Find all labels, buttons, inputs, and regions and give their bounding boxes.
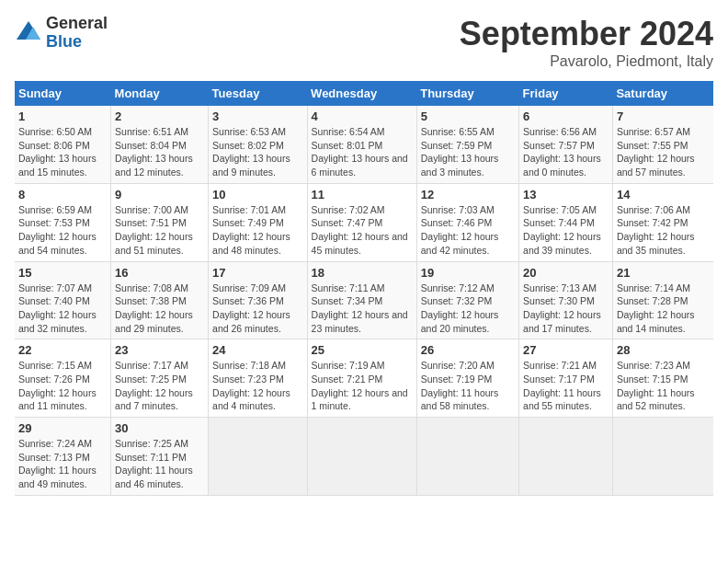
day-number: 19 (421, 266, 515, 280)
day-number: 24 (212, 343, 303, 357)
col-wednesday: Wednesday (307, 81, 416, 106)
calendar-cell: 5 Sunrise: 6:55 AM Sunset: 7:59 PM Dayli… (416, 106, 518, 183)
day-info: Sunrise: 6:56 AM Sunset: 7:57 PM Dayligh… (523, 125, 609, 179)
calendar-header-row: Sunday Monday Tuesday Wednesday Thursday… (15, 81, 713, 106)
col-friday: Friday (519, 81, 613, 106)
col-tuesday: Tuesday (209, 81, 308, 106)
calendar-week-row: 8 Sunrise: 6:59 AM Sunset: 7:53 PM Dayli… (15, 183, 713, 261)
day-info: Sunrise: 7:05 AM Sunset: 7:44 PM Dayligh… (523, 203, 609, 258)
day-number: 16 (115, 266, 204, 280)
calendar-week-row: 1 Sunrise: 6:50 AM Sunset: 8:06 PM Dayli… (15, 106, 713, 183)
day-number: 17 (212, 266, 303, 280)
day-info: Sunrise: 7:02 AM Sunset: 7:47 PM Dayligh… (312, 203, 413, 258)
day-number: 4 (312, 109, 413, 123)
day-info: Sunrise: 7:09 AM Sunset: 7:36 PM Dayligh… (212, 282, 303, 336)
logo-general: General (46, 15, 108, 33)
day-info: Sunrise: 7:07 AM Sunset: 7:40 PM Dayligh… (18, 282, 107, 336)
calendar-cell (209, 418, 308, 496)
day-info: Sunrise: 7:12 AM Sunset: 7:32 PM Dayligh… (421, 282, 515, 336)
day-number: 11 (312, 188, 413, 201)
calendar-cell: 10 Sunrise: 7:01 AM Sunset: 7:49 PM Dayl… (209, 183, 308, 261)
day-number: 14 (617, 188, 710, 201)
calendar-cell: 26 Sunrise: 7:20 AM Sunset: 7:19 PM Dayl… (416, 339, 518, 418)
day-number: 13 (523, 188, 609, 201)
day-info: Sunrise: 7:11 AM Sunset: 7:34 PM Dayligh… (312, 282, 413, 336)
day-number: 29 (18, 421, 107, 435)
day-info: Sunrise: 7:17 AM Sunset: 7:25 PM Dayligh… (115, 359, 204, 413)
day-info: Sunrise: 7:01 AM Sunset: 7:49 PM Dayligh… (212, 203, 303, 258)
day-info: Sunrise: 7:14 AM Sunset: 7:28 PM Dayligh… (617, 282, 710, 336)
day-number: 1 (18, 109, 107, 123)
day-info: Sunrise: 6:50 AM Sunset: 8:06 PM Dayligh… (18, 125, 107, 179)
day-info: Sunrise: 7:23 AM Sunset: 7:15 PM Dayligh… (617, 359, 710, 413)
day-number: 3 (212, 109, 303, 123)
day-info: Sunrise: 7:00 AM Sunset: 7:51 PM Dayligh… (115, 203, 204, 258)
calendar-cell (416, 418, 518, 496)
day-info: Sunrise: 6:51 AM Sunset: 8:04 PM Dayligh… (115, 125, 204, 179)
day-number: 12 (421, 188, 515, 201)
calendar-cell: 4 Sunrise: 6:54 AM Sunset: 8:01 PM Dayli… (307, 106, 416, 183)
calendar-cell: 3 Sunrise: 6:53 AM Sunset: 8:02 PM Dayli… (209, 106, 308, 183)
col-monday: Monday (111, 81, 209, 106)
calendar-table: Sunday Monday Tuesday Wednesday Thursday… (15, 81, 713, 496)
day-number: 15 (18, 266, 107, 280)
logo-blue: Blue (46, 33, 108, 52)
calendar-week-row: 29 Sunrise: 7:24 AM Sunset: 7:13 PM Dayl… (15, 418, 713, 496)
day-info: Sunrise: 7:06 AM Sunset: 7:42 PM Dayligh… (617, 203, 710, 258)
day-number: 22 (18, 343, 107, 357)
day-number: 27 (523, 343, 609, 357)
day-info: Sunrise: 6:54 AM Sunset: 8:01 PM Dayligh… (312, 125, 413, 179)
calendar-cell: 2 Sunrise: 6:51 AM Sunset: 8:04 PM Dayli… (111, 106, 209, 183)
location-subtitle: Pavarolo, Piedmont, Italy (460, 53, 713, 70)
day-number: 5 (421, 109, 515, 123)
day-number: 10 (212, 188, 303, 201)
calendar-cell: 14 Sunrise: 7:06 AM Sunset: 7:42 PM Dayl… (612, 183, 713, 261)
col-saturday: Saturday (612, 81, 713, 106)
calendar-week-row: 15 Sunrise: 7:07 AM Sunset: 7:40 PM Dayl… (15, 261, 713, 339)
day-number: 21 (617, 266, 710, 280)
logo-icon (15, 19, 42, 47)
calendar-cell: 19 Sunrise: 7:12 AM Sunset: 7:32 PM Dayl… (416, 261, 518, 339)
day-number: 8 (18, 188, 107, 201)
calendar-cell: 13 Sunrise: 7:05 AM Sunset: 7:44 PM Dayl… (519, 183, 613, 261)
calendar-cell: 28 Sunrise: 7:23 AM Sunset: 7:15 PM Dayl… (612, 339, 713, 418)
calendar-cell: 17 Sunrise: 7:09 AM Sunset: 7:36 PM Dayl… (209, 261, 308, 339)
day-info: Sunrise: 7:18 AM Sunset: 7:23 PM Dayligh… (212, 359, 303, 413)
day-number: 26 (421, 343, 515, 357)
day-number: 23 (115, 343, 204, 357)
calendar-week-row: 22 Sunrise: 7:15 AM Sunset: 7:26 PM Dayl… (15, 339, 713, 418)
col-sunday: Sunday (15, 81, 111, 106)
day-info: Sunrise: 7:19 AM Sunset: 7:21 PM Dayligh… (312, 359, 413, 413)
calendar-cell: 20 Sunrise: 7:13 AM Sunset: 7:30 PM Dayl… (519, 261, 613, 339)
calendar-cell: 23 Sunrise: 7:17 AM Sunset: 7:25 PM Dayl… (111, 339, 209, 418)
logo: General Blue (15, 15, 108, 52)
calendar-cell: 21 Sunrise: 7:14 AM Sunset: 7:28 PM Dayl… (612, 261, 713, 339)
calendar-cell: 12 Sunrise: 7:03 AM Sunset: 7:46 PM Dayl… (416, 183, 518, 261)
calendar-cell (307, 418, 416, 496)
calendar-cell (612, 418, 713, 496)
day-info: Sunrise: 7:25 AM Sunset: 7:11 PM Dayligh… (115, 437, 204, 491)
day-info: Sunrise: 7:24 AM Sunset: 7:13 PM Dayligh… (18, 437, 107, 491)
day-info: Sunrise: 6:53 AM Sunset: 8:02 PM Dayligh… (212, 125, 303, 179)
day-info: Sunrise: 7:13 AM Sunset: 7:30 PM Dayligh… (523, 282, 609, 336)
calendar-cell: 16 Sunrise: 7:08 AM Sunset: 7:38 PM Dayl… (111, 261, 209, 339)
calendar-cell: 25 Sunrise: 7:19 AM Sunset: 7:21 PM Dayl… (307, 339, 416, 418)
calendar-cell: 1 Sunrise: 6:50 AM Sunset: 8:06 PM Dayli… (15, 106, 111, 183)
day-info: Sunrise: 6:57 AM Sunset: 7:55 PM Dayligh… (617, 125, 710, 179)
day-number: 9 (115, 188, 204, 201)
calendar-cell: 6 Sunrise: 6:56 AM Sunset: 7:57 PM Dayli… (519, 106, 613, 183)
calendar-cell (519, 418, 613, 496)
day-number: 28 (617, 343, 710, 357)
day-info: Sunrise: 7:03 AM Sunset: 7:46 PM Dayligh… (421, 203, 515, 258)
day-info: Sunrise: 6:59 AM Sunset: 7:53 PM Dayligh… (18, 203, 107, 258)
calendar-cell: 8 Sunrise: 6:59 AM Sunset: 7:53 PM Dayli… (15, 183, 111, 261)
day-number: 2 (115, 109, 204, 123)
day-info: Sunrise: 7:08 AM Sunset: 7:38 PM Dayligh… (115, 282, 204, 336)
calendar-cell: 30 Sunrise: 7:25 AM Sunset: 7:11 PM Dayl… (111, 418, 209, 496)
calendar-cell: 22 Sunrise: 7:15 AM Sunset: 7:26 PM Dayl… (15, 339, 111, 418)
day-number: 25 (312, 343, 413, 357)
calendar-cell: 18 Sunrise: 7:11 AM Sunset: 7:34 PM Dayl… (307, 261, 416, 339)
calendar-cell: 24 Sunrise: 7:18 AM Sunset: 7:23 PM Dayl… (209, 339, 308, 418)
day-number: 7 (617, 109, 710, 123)
calendar-cell: 11 Sunrise: 7:02 AM Sunset: 7:47 PM Dayl… (307, 183, 416, 261)
